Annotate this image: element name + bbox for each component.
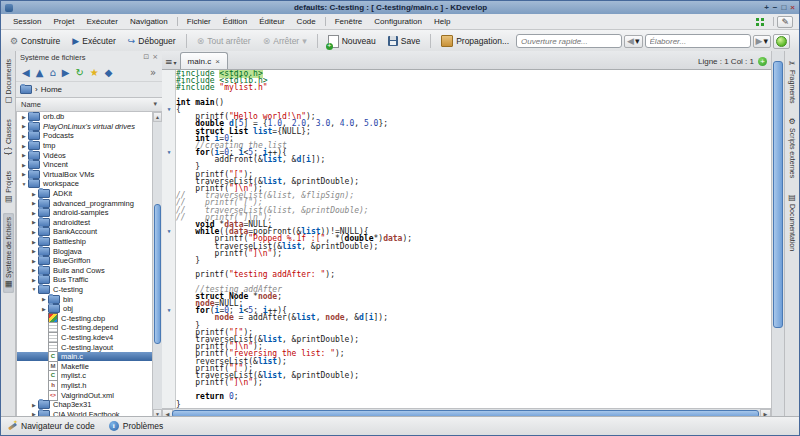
tree-collapsed-icon[interactable]: ▶ — [40, 306, 48, 312]
close-icon[interactable]: × — [152, 53, 158, 62]
menu-item-code[interactable]: Code — [291, 16, 322, 27]
editor-vscrollbar-thumb[interactable] — [773, 61, 783, 328]
debug-button[interactable]: ↪Déboguer — [123, 34, 181, 48]
window-plus-button[interactable]: + — [764, 4, 769, 12]
tree-collapsed-icon[interactable]: ▶ — [40, 296, 48, 302]
annotate-button[interactable]: ✎ — [777, 16, 793, 28]
tree-expanded-icon[interactable]: ▼ — [30, 286, 38, 292]
fold-icon[interactable]: ▼ — [162, 106, 176, 113]
tree-scrollbar-thumb[interactable] — [154, 204, 161, 344]
refresh-icon[interactable]: ↻ — [75, 68, 83, 77]
new-button[interactable]: Nouveau — [323, 33, 381, 50]
tree-item[interactable]: C-testing.cbp — [17, 313, 162, 323]
tree-collapsed-icon[interactable]: ▶ — [30, 229, 38, 235]
tree-collapsed-icon[interactable]: ▶ — [30, 258, 38, 264]
forward-icon[interactable]: ▶ — [62, 68, 70, 77]
area-switcher-icon[interactable] — [756, 18, 764, 26]
detach-icon[interactable]: ⊡ — [143, 53, 149, 62]
nav-forward-button[interactable]: ▶▾ — [753, 35, 771, 48]
tree-item[interactable]: ▶VirtualBox VMs — [17, 170, 162, 180]
tree-item[interactable]: ▶Vidéos — [17, 150, 162, 160]
menu-item-session[interactable]: Session — [7, 16, 47, 27]
tab-close-icon[interactable]: × — [215, 57, 220, 66]
tree-item[interactable]: C-testing.depend — [17, 323, 162, 333]
tree-collapsed-icon[interactable]: ▶ — [20, 123, 28, 129]
tree-collapsed-icon[interactable]: ▶ — [30, 191, 38, 197]
fold-icon[interactable]: ▼ — [162, 307, 176, 314]
tree-scrollbar[interactable]: ▲ ▼ — [152, 112, 162, 419]
toolview-tab-documents[interactable]: ▢Documents — [3, 55, 14, 109]
tree-item[interactable]: C-testing.layout — [17, 342, 162, 352]
quick-open-input[interactable] — [516, 34, 622, 48]
tree-item[interactable]: ▶ADKit — [17, 189, 162, 199]
scroll-up-icon[interactable]: ▲ — [153, 112, 162, 122]
build-button[interactable]: ⚙Construire — [5, 34, 65, 48]
code-editor[interactable]: #include <stdio.h>#include <stdlib.h>#in… — [162, 70, 771, 408]
menu-item-projet[interactable]: Projet — [47, 16, 80, 27]
tree-item[interactable]: ▶Battleship — [17, 237, 162, 247]
tree-item[interactable]: ▼C-testing — [17, 285, 162, 295]
tree-item[interactable]: MMakefile — [17, 361, 162, 371]
tree-collapsed-icon[interactable]: ▶ — [20, 133, 28, 139]
assistant-button[interactable] — [773, 34, 790, 49]
tree-collapsed-icon[interactable]: ▶ — [30, 267, 38, 273]
new-view-icon[interactable]: + — [758, 57, 767, 66]
toolview-tab-fragments[interactable]: ✂Fragments — [787, 55, 798, 107]
tree-collapsed-icon[interactable]: ▶ — [20, 171, 28, 177]
toolview-tab-documentation[interactable]: ▤Documentation — [787, 189, 798, 255]
menu-item-navigation[interactable]: Navigation — [124, 16, 174, 27]
tree-collapsed-icon[interactable]: ▶ — [20, 143, 28, 149]
tree-collapsed-icon[interactable]: ▶ — [30, 277, 38, 283]
menu-item-configuration[interactable]: Configuration — [368, 16, 428, 27]
tree-collapsed-icon[interactable]: ▶ — [30, 200, 38, 206]
code-browser-button[interactable]: Navigateur de code — [7, 421, 95, 431]
breadcrumb-home[interactable]: Home — [41, 85, 62, 94]
tree-expanded-icon[interactable]: ▼ — [20, 181, 28, 187]
tree-item[interactable]: hmylist.h — [17, 381, 162, 391]
tree-collapsed-icon[interactable]: ▶ — [30, 239, 38, 245]
toolview-tab-projets[interactable]: ▤Projets — [3, 167, 14, 208]
propagation-button[interactable]: Propagation... — [436, 33, 514, 49]
tab-main-c[interactable]: main.c × — [180, 52, 228, 69]
editor-vscrollbar[interactable] — [771, 51, 784, 419]
title-bar[interactable]: defaults: C-testing : [ C-testing/main.c… — [1, 1, 799, 14]
menu-item--diteur[interactable]: Éditeur — [253, 16, 290, 27]
tree-item[interactable]: ▶bin — [17, 294, 162, 304]
toolview-tab-syst-me-de-fichiers[interactable]: ▦Système de fichiers — [3, 213, 14, 293]
tree-item[interactable]: C-testing.kdev4 — [17, 333, 162, 343]
overflow-icon[interactable]: » — [150, 68, 156, 77]
tree-item[interactable]: ▶tmp — [17, 141, 162, 151]
problems-button[interactable]: iProblèmes — [109, 421, 164, 431]
document-list-button[interactable]: ≡ ▾ — [165, 58, 177, 67]
tree-collapsed-icon[interactable]: ▶ — [20, 162, 28, 168]
menu-item-ex-cuter[interactable]: Exécuter — [80, 16, 124, 27]
up-icon[interactable]: ▲ — [36, 68, 44, 77]
tree-collapsed-icon[interactable]: ▶ — [20, 152, 28, 158]
maximize-button[interactable]: □ — [781, 4, 786, 12]
tree-item[interactable]: Cmylist.c — [17, 371, 162, 381]
close-button[interactable]: × — [790, 4, 795, 12]
name-column-header[interactable]: Name ▾ — [16, 97, 162, 112]
fold-icon[interactable]: ▼ — [162, 149, 176, 156]
tree-item[interactable]: ▶Vincent — [17, 160, 162, 170]
back-icon[interactable]: ◀ — [22, 68, 30, 77]
tree-item[interactable]: Cmain.c — [17, 352, 162, 362]
tree-item[interactable]: ▶Podcasts — [17, 131, 162, 141]
tree-collapsed-icon[interactable]: ▶ — [20, 114, 28, 120]
tree-item[interactable]: ▶orb.db — [17, 112, 162, 122]
nav-back-button[interactable]: ◀▾ — [624, 35, 642, 48]
home-icon[interactable]: ⌂ — [49, 68, 55, 77]
minimize-button[interactable]: − — [773, 4, 778, 12]
breadcrumb[interactable]: › Home — [16, 82, 162, 97]
execute-button[interactable]: ▶Exécuter — [67, 34, 120, 48]
tree-collapsed-icon[interactable]: ▶ — [30, 210, 38, 216]
bookmark-icon[interactable]: ★ — [90, 68, 99, 77]
tree-collapsed-icon[interactable]: ▶ — [30, 402, 38, 408]
menu-item-fen-tre[interactable]: Fenêtre — [329, 16, 369, 27]
toolview-tab-classes[interactable]: {}Classes — [3, 115, 14, 160]
menu-item--dition[interactable]: Édition — [217, 16, 253, 27]
elaborate-input[interactable] — [645, 34, 751, 48]
tree-item[interactable]: ▶obj — [17, 304, 162, 314]
tree-collapsed-icon[interactable]: ▶ — [30, 248, 38, 254]
fold-icon[interactable]: ▼ — [162, 228, 176, 235]
